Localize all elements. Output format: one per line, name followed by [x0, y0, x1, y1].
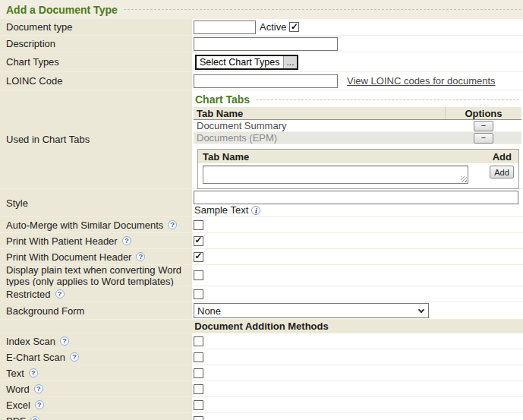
view-loinc-codes-link[interactable]: View LOINC codes for documents: [347, 75, 496, 87]
help-icon[interactable]: ?: [30, 416, 39, 420]
field-row-display-plain-text: Display plain text when converting Word …: [0, 265, 523, 286]
resize-grip-icon[interactable]: [461, 176, 467, 182]
auto-merge-label: Auto-Merge with Similar Documents: [6, 219, 163, 231]
description-input[interactable]: [194, 37, 338, 51]
pdf-label: PDF: [6, 415, 26, 420]
field-row-background-form: Background Form None: [0, 302, 523, 319]
print-patient-header-label: Print With Patient Header: [6, 235, 118, 247]
text-checkbox[interactable]: [194, 368, 203, 378]
options-column-header: Options: [446, 108, 521, 119]
new-tab-name-input[interactable]: [203, 166, 468, 184]
field-row-print-patient-header: Print With Patient Header ? ✓: [0, 233, 523, 248]
restricted-checkbox[interactable]: [194, 289, 203, 299]
active-checkbox[interactable]: ✓: [289, 22, 299, 32]
field-row-chart-types: Chart Types Select Chart Types ...: [0, 52, 523, 71]
tab-name-column-header: Tab Name: [194, 107, 446, 119]
chart-tab-name: Documents (EPM): [194, 132, 446, 144]
loinc-code-label: LOINC Code: [0, 72, 192, 90]
page-title: Add a Document Type: [6, 4, 118, 16]
print-patient-header-checkbox[interactable]: ✓: [194, 236, 203, 246]
field-row-text: Text ?: [0, 365, 523, 381]
help-icon[interactable]: ?: [122, 236, 131, 245]
chart-tab-row: Documents (EPM) −: [194, 132, 521, 144]
add-tab-name-header: Tab Name: [203, 151, 493, 163]
background-form-selected-value: None: [197, 305, 221, 317]
active-label: Active: [260, 21, 286, 33]
add-tab-button[interactable]: Add: [490, 166, 514, 178]
add-tab-header: Tab Name Add: [198, 150, 518, 163]
select-chart-types-button[interactable]: Select Chart Types ...: [195, 55, 298, 70]
used-in-chart-tabs-label: Used in Chart Tabs: [0, 90, 192, 188]
echart-scan-checkbox[interactable]: [194, 352, 203, 362]
help-icon[interactable]: ?: [168, 220, 177, 229]
chart-tabs-rule: [256, 99, 519, 100]
help-icon[interactable]: ?: [136, 252, 145, 261]
style-label: Style: [0, 189, 192, 216]
check-icon: ✓: [291, 23, 298, 30]
loinc-code-input[interactable]: [194, 74, 338, 88]
title-rule: [124, 9, 521, 10]
chart-tabs-title: Chart Tabs: [195, 93, 250, 106]
field-row-word: Word ?: [0, 381, 523, 396]
field-row-echart-scan: E-Chart Scan ?: [0, 349, 523, 365]
field-row-style: Style Sample Text i: [0, 189, 523, 216]
remove-tab-button[interactable]: −: [474, 121, 493, 131]
document-addition-methods-header: Document Addition Methods: [0, 320, 523, 333]
field-row-loinc-code: LOINC Code View LOINC codes for document…: [0, 72, 523, 90]
select-chart-types-button-label: Select Chart Types: [200, 57, 279, 68]
add-column-header: Add: [493, 151, 512, 163]
document-type-input[interactable]: [194, 21, 256, 34]
help-icon[interactable]: ?: [70, 352, 79, 362]
word-checkbox[interactable]: [194, 384, 203, 394]
field-row-excel: Excel ?: [0, 397, 523, 412]
print-document-header-checkbox[interactable]: ✓: [194, 252, 203, 262]
field-row-print-document-header: Print With Document Header ? ✓: [0, 249, 523, 264]
check-icon: ✓: [194, 236, 202, 244]
section-header-label: Document Addition Methods: [194, 321, 328, 332]
check-icon: ✓: [194, 252, 202, 260]
sample-text-label: Sample Text: [194, 204, 248, 216]
field-row-index-scan: Index Scan ?: [0, 333, 523, 349]
help-icon[interactable]: ?: [35, 400, 44, 409]
echart-scan-label: E-Chart Scan: [6, 352, 65, 363]
index-scan-checkbox[interactable]: [194, 336, 203, 346]
description-label: Description: [0, 36, 192, 52]
remove-tab-button[interactable]: −: [474, 133, 493, 144]
info-icon[interactable]: i: [251, 206, 260, 215]
background-form-label: Background Form: [0, 302, 192, 319]
ellipsis-icon: ...: [283, 56, 296, 68]
text-label: Text: [6, 368, 24, 379]
field-row-used-in-chart-tabs: Used in Chart Tabs Chart Tabs Tab Name O…: [0, 90, 523, 188]
chart-types-label: Chart Types: [0, 52, 192, 71]
auto-merge-checkbox[interactable]: [194, 220, 203, 230]
add-tab-box: Tab Name Add Add: [197, 149, 519, 189]
help-icon[interactable]: ?: [60, 336, 69, 346]
field-row-restricted: Restricted ?: [0, 286, 523, 302]
pdf-checkbox[interactable]: [194, 416, 203, 420]
chart-tab-name: Document Summary: [194, 120, 446, 131]
style-input[interactable]: [194, 191, 518, 204]
excel-checkbox[interactable]: [194, 400, 203, 410]
page-header: Add a Document Type: [0, 0, 523, 19]
chart-tabs-table-header: Tab Name Options: [194, 107, 521, 120]
display-plain-text-label: Display plain text when converting Word …: [6, 264, 187, 287]
help-icon[interactable]: ?: [34, 384, 43, 393]
index-scan-label: Index Scan: [6, 336, 55, 347]
field-row-auto-merge: Auto-Merge with Similar Documents ?: [0, 217, 523, 232]
chart-tabs-section-header: Chart Tabs: [194, 92, 521, 107]
chevron-down-icon: [418, 306, 424, 312]
background-form-select[interactable]: None: [194, 303, 429, 318]
restricted-label: Restricted: [6, 289, 51, 300]
display-plain-text-checkbox[interactable]: [194, 270, 203, 280]
document-type-label: Document type: [0, 19, 192, 35]
field-row-description: Description: [0, 36, 523, 52]
field-row-document-type: Document type Active ✓: [0, 19, 523, 35]
word-label: Word: [6, 384, 30, 395]
excel-label: Excel: [6, 399, 30, 411]
help-icon[interactable]: ?: [29, 368, 38, 377]
chart-tab-row: Document Summary −: [194, 120, 521, 132]
print-document-header-label: Print With Document Header: [6, 251, 131, 263]
help-icon[interactable]: ?: [55, 289, 65, 298]
field-row-pdf: PDF ?: [0, 413, 523, 420]
